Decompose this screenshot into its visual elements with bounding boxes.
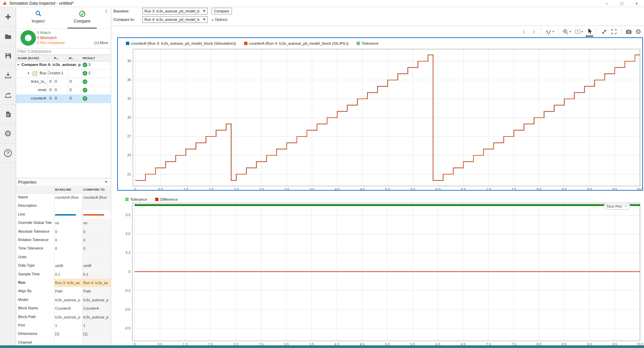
compare-button[interactable]: Compare xyxy=(211,8,232,14)
comparison-plot[interactable]: 00.51.01.52.02.53.03.54.04.55.05.56.06.5… xyxy=(118,38,642,190)
comparison-plot-panel[interactable]: counterA (Run 3: tc3x_autosar_pil_model_… xyxy=(117,37,643,191)
property-row[interactable]: Relative Tolerance00 xyxy=(16,236,111,244)
property-row[interactable]: Absolute Tolerance00 xyxy=(16,228,111,236)
tab-inspect[interactable]: Inspect xyxy=(16,7,60,29)
more-link[interactable]: [+] More xyxy=(94,41,108,45)
comparison-summary: 3 Match 0 Mismatch 0 Not compared [+] Mo… xyxy=(16,29,111,48)
filter-comparisons-input[interactable] xyxy=(16,48,111,55)
property-row[interactable]: Block NameCounterACounterA xyxy=(16,304,111,313)
simulation-data-inspector-window: Simulation Data Inspector - untitled* –□… xyxy=(0,0,644,348)
snapshot-icon[interactable] xyxy=(625,27,633,36)
tree-column-header: R... xyxy=(54,56,59,60)
tree-cell-value: 0 xyxy=(70,79,72,83)
property-baseline-value: uint8 xyxy=(54,262,83,270)
tree-row[interactable]: counterA000✓ xyxy=(16,94,111,103)
baseline-line-swatch xyxy=(55,214,76,216)
property-compare-value: 1 xyxy=(82,321,111,330)
legend-label: Difference xyxy=(160,197,178,201)
minimize-button[interactable]: – xyxy=(600,0,614,7)
difference-plot-panel[interactable]: ToleranceDifference 00.51.01.52.02.53.03… xyxy=(117,194,643,346)
add-icon[interactable] xyxy=(0,7,16,27)
property-row[interactable]: Units xyxy=(16,253,111,262)
property-row[interactable]: Sample Time0.10.1 xyxy=(16,270,111,279)
match-count: 2 xyxy=(88,71,90,75)
property-baseline-value: 0 xyxy=(54,244,83,253)
help-icon[interactable]: ? xyxy=(0,144,16,163)
property-row[interactable]: Channel xyxy=(16,339,111,345)
properties-header[interactable]: Properties xyxy=(16,178,111,187)
property-row[interactable]: Block Pathtc3x_autosar_ptc3x_autosar_p xyxy=(16,313,111,321)
tree-row-label: counterA xyxy=(16,96,46,100)
window-title: Simulation Data Inspector - untitled* xyxy=(9,1,74,6)
export-icon[interactable] xyxy=(0,85,16,105)
property-baseline-value: 0.1 xyxy=(54,270,83,279)
pointer-icon[interactable] xyxy=(586,27,593,37)
tree-row[interactable]: ticks_to_000✓ xyxy=(16,78,111,86)
property-row[interactable]: Line xyxy=(16,210,111,219)
maximize-button[interactable]: □ xyxy=(614,0,629,7)
svg-text:9.0: 9.0 xyxy=(587,188,592,190)
ellipsis-menu-icon[interactable]: ••• xyxy=(624,205,628,208)
legend-item[interactable]: counterA (Run 3: tc3x_autosar_pil_model_… xyxy=(126,41,236,45)
svg-text:2.5: 2.5 xyxy=(259,188,264,190)
create-report-icon[interactable] xyxy=(0,105,16,124)
fit-to-view-icon[interactable] xyxy=(610,27,618,36)
property-row[interactable]: Data Typeuint8uint8 xyxy=(16,262,111,270)
property-row[interactable]: Port11 xyxy=(16,321,111,330)
preferences-icon[interactable]: ⚙ xyxy=(0,124,16,144)
previous-view-icon[interactable] xyxy=(520,27,528,36)
property-row[interactable]: Align ByPathPath xyxy=(16,287,111,296)
property-compare-value xyxy=(82,253,111,262)
tab-compare[interactable]: Compare xyxy=(60,7,104,29)
next-view-icon[interactable] xyxy=(530,27,538,36)
match-check-icon: ✓ xyxy=(83,71,87,76)
tree-row[interactable]: ▾Compare Run 4: tc3x_autosar_p✓3 xyxy=(16,61,111,70)
open-icon[interactable] xyxy=(0,27,16,46)
signal-trace-icon[interactable]: ▾ xyxy=(545,27,555,36)
property-label: Time Tolerance xyxy=(18,246,53,250)
legend-item[interactable]: Tolerance xyxy=(357,41,378,45)
close-button[interactable]: × xyxy=(629,0,644,7)
import-icon[interactable] xyxy=(0,66,16,85)
legend-swatch xyxy=(357,42,360,45)
tree-row[interactable]: ▾Bus Creator:1✓2 xyxy=(16,69,111,78)
tree-cell-value: 0 xyxy=(55,79,57,83)
expander-icon[interactable]: ▾ xyxy=(17,63,19,67)
save-icon[interactable] xyxy=(0,46,16,66)
legend-item[interactable]: Tolerance xyxy=(125,197,147,201)
svg-text:21: 21 xyxy=(127,172,131,176)
property-baseline-value xyxy=(54,202,83,210)
options-expander[interactable]: ▸Options xyxy=(212,17,227,22)
property-row[interactable]: Modeltc3x_autosar_ptc3x_autosar_p xyxy=(16,296,111,304)
svg-text:7.5: 7.5 xyxy=(511,188,516,190)
property-row[interactable]: Time Tolerance00 xyxy=(16,244,111,253)
expander-icon[interactable]: ▾ xyxy=(28,71,29,75)
properties-column-header: COMPARE TO xyxy=(83,188,105,191)
plot-settings-icon[interactable]: ⚙ xyxy=(635,27,642,36)
collapse-panel-icon[interactable] xyxy=(104,9,109,13)
tree-column-header: NAME (BASE) xyxy=(18,56,39,60)
property-row[interactable]: NamecounterA (RuncounterA (Run xyxy=(16,193,111,202)
property-row[interactable]: Override Global Tolenono xyxy=(16,219,111,227)
zoom-icon[interactable]: ▾ xyxy=(562,27,572,36)
column-divider xyxy=(81,55,82,103)
compare-to-run-dropdown[interactable]: Run 4: tc3x_autosar_pil_model_b ▼ xyxy=(142,16,208,23)
zoom-region-icon[interactable]: ▾ xyxy=(574,27,584,36)
baseline-run-dropdown[interactable]: Run 3: tc3x_autosar_pil_model_b ▼ xyxy=(142,8,208,14)
time-plot-menu[interactable]: Time Plot ••• xyxy=(604,203,630,210)
window-controls: –□× xyxy=(600,0,644,7)
legend-swatch xyxy=(155,198,158,201)
legend-item[interactable]: Difference xyxy=(155,197,178,201)
property-row[interactable]: RunRun 3: tc3x_auRun 4: tc3x_au xyxy=(16,279,111,287)
property-label: Name xyxy=(18,195,53,199)
expand-view-icon[interactable] xyxy=(600,27,608,36)
tree-row-label: reset xyxy=(16,88,46,92)
property-label: Units xyxy=(18,255,53,259)
difference-plot[interactable]: 00.51.01.52.02.53.03.54.04.55.05.56.06.5… xyxy=(117,194,643,346)
property-row[interactable]: Description xyxy=(16,202,111,210)
column-divider xyxy=(54,186,54,345)
tree-cell-value: 0 xyxy=(49,88,51,92)
tree-row[interactable]: reset000✓ xyxy=(16,86,111,95)
legend-item[interactable]: counterA (Run 4: tc3x_autosar_pil_model_… xyxy=(244,41,349,45)
property-row[interactable]: Dimensions[1][1] xyxy=(16,330,111,338)
